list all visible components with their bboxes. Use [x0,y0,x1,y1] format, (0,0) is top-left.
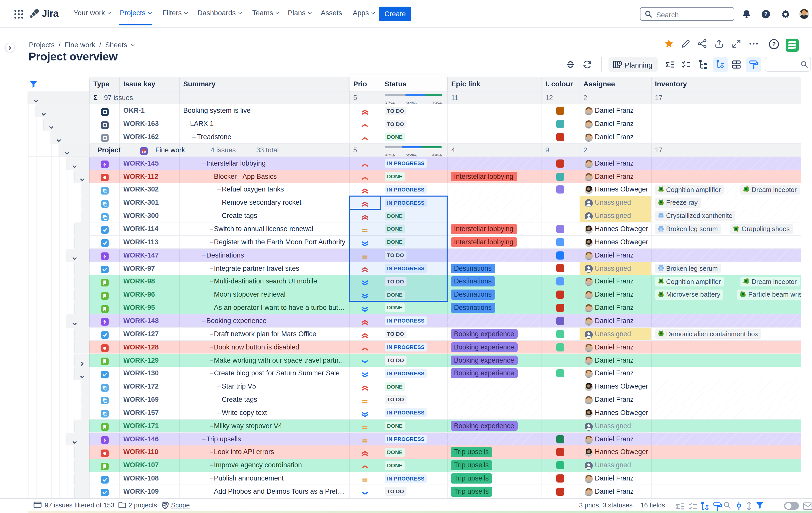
svg-text:?: ? [772,40,776,48]
svg-text:Σ: Σ [675,502,680,511]
svg-text:?: ? [764,11,767,17]
svg-text:Σ: Σ [665,60,670,69]
